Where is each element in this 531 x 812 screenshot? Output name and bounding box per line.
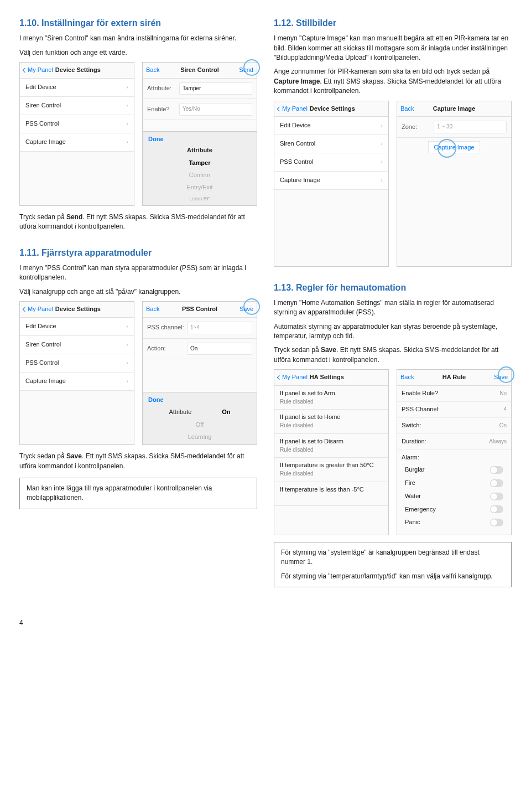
chevron-right-icon: ›: [126, 377, 128, 386]
list-item[interactable]: Edit Device›: [274, 117, 388, 135]
list-item[interactable]: Siren Control›: [20, 97, 134, 115]
body-text: I menyn "Siren Control" kan man ändra in…: [19, 34, 257, 43]
done-button[interactable]: Done: [143, 135, 257, 146]
send-button[interactable]: Send: [239, 66, 253, 75]
rule-item[interactable]: If panel is set to ArmRule disabled: [274, 386, 388, 410]
save-button[interactable]: Save: [240, 305, 253, 314]
chevron-left-icon: [23, 307, 27, 312]
rule-item[interactable]: If panel is set to DisarmRule disabled: [274, 434, 388, 458]
section-heading: 1.11. Fjärrstyra apparatmoduler: [19, 246, 257, 259]
picker-option[interactable]: Tamper: [143, 157, 257, 169]
phone-ha-rule: Back HA Rule Save Enable Rule?No PSS Cha…: [397, 369, 512, 535]
nav-title: Device Settings: [55, 66, 131, 75]
back-button[interactable]: My Panel: [278, 373, 308, 382]
form-row[interactable]: PSS channel:1~4: [143, 318, 257, 339]
back-button[interactable]: My Panel: [23, 305, 53, 314]
chevron-left-icon: [23, 68, 27, 73]
chevron-right-icon: ›: [381, 176, 383, 185]
alarm-toggle-row[interactable]: Water: [397, 490, 511, 503]
picker-option[interactable]: Off: [143, 419, 257, 431]
form-row[interactable]: Zone:1 ~ 30: [397, 117, 511, 138]
alarm-toggle-row[interactable]: Panic: [397, 516, 511, 529]
chevron-right-icon: ›: [126, 359, 128, 368]
body-text: Tryck sedan på Save. Ett nytt SMS skapas…: [274, 345, 512, 365]
back-button[interactable]: Back: [146, 66, 159, 75]
action-field[interactable]: On: [187, 343, 252, 355]
done-button[interactable]: Done: [143, 396, 257, 407]
chevron-right-icon: ›: [126, 322, 128, 331]
section-heading: 1.13. Regler för hemautomation: [274, 281, 512, 294]
chevron-right-icon: ›: [126, 101, 128, 110]
body-text: I menyn "Home Automation Settings" man s…: [274, 298, 512, 318]
body-text: Välj kanalgrupp och ange att slå "på/av"…: [19, 287, 257, 297]
body-text: I menyn "PSS Control" kan man styra appa…: [19, 263, 257, 283]
phone-device-settings: My Panel Device Settings Edit Device› Si…: [19, 301, 134, 445]
list-item[interactable]: Capture Image›: [274, 172, 388, 190]
toggle-icon[interactable]: [490, 505, 503, 513]
nav-title: HA Settings: [310, 373, 385, 382]
chevron-right-icon: ›: [381, 121, 383, 130]
chevron-right-icon: ›: [381, 139, 383, 148]
picker-option[interactable]: Confirm: [143, 169, 257, 182]
list-item[interactable]: PSS Control›: [20, 115, 134, 133]
back-button[interactable]: Back: [400, 373, 414, 382]
zone-field[interactable]: 1 ~ 30: [434, 121, 507, 133]
body-text: Välj den funktion och ange ett värde.: [19, 48, 257, 58]
list-item[interactable]: Siren Control›: [20, 336, 134, 354]
form-row[interactable]: PSS Channel:4: [397, 402, 511, 418]
section-1-10: 1.10. Inställningar för extern sirén I m…: [19, 17, 257, 232]
back-button[interactable]: Back: [146, 305, 159, 314]
rule-item[interactable]: If temperature is less than -5°C: [274, 482, 388, 506]
list-item[interactable]: Capture Image›: [20, 373, 134, 391]
enable-field[interactable]: Yes/No: [179, 103, 252, 116]
phone-device-settings: My Panel Device Settings Edit Device› Si…: [274, 101, 389, 267]
list-item[interactable]: Edit Device›: [20, 79, 134, 97]
body-text: I menyn "Capture Image" kan man manuellt…: [274, 34, 512, 63]
picker-option[interactable]: Learn RF: [143, 194, 257, 204]
form-row[interactable]: Enable?Yes/No: [143, 99, 257, 120]
rule-item[interactable]: If panel is set to HomeRule disabled: [274, 410, 388, 433]
picker-option[interactable]: On: [222, 408, 230, 417]
picker-option[interactable]: Learning: [143, 431, 257, 443]
list-item[interactable]: Capture Image›: [20, 133, 134, 152]
chevron-left-icon: [277, 106, 282, 111]
alarm-toggle-row[interactable]: Emergency: [397, 503, 511, 516]
form-row[interactable]: Switch:On: [397, 418, 511, 434]
save-button[interactable]: Save: [494, 373, 508, 382]
toggle-icon[interactable]: [490, 493, 503, 500]
list-item[interactable]: Siren Control›: [274, 135, 388, 153]
capture-image-button[interactable]: Capture Image: [428, 141, 481, 153]
note-box: Man kan inte lägga till nya apparatmodul…: [19, 478, 257, 509]
picker-option[interactable]: Entry/Exit: [143, 182, 257, 194]
form-row[interactable]: Enable Rule?No: [397, 386, 511, 402]
alarm-label: Alarm:: [397, 450, 511, 463]
rule-item[interactable]: If temperature is greater than 50°CRule …: [274, 458, 388, 482]
alarm-toggle-row[interactable]: Fire: [397, 477, 511, 490]
back-button[interactable]: Back: [400, 105, 414, 113]
alarm-toggle-row[interactable]: Burglar: [397, 463, 511, 477]
picker-title: Attribute: [143, 146, 257, 157]
form-row[interactable]: Action:On: [143, 339, 257, 360]
toggle-icon[interactable]: [490, 479, 503, 487]
list-item[interactable]: PSS Control›: [274, 153, 388, 172]
list-item[interactable]: PSS Control›: [20, 354, 134, 373]
list-item[interactable]: Edit Device›: [20, 318, 134, 336]
toggle-icon[interactable]: [490, 519, 503, 526]
channel-field[interactable]: 1~4: [187, 322, 252, 334]
chevron-right-icon: ›: [126, 83, 128, 92]
back-button[interactable]: My Panel: [278, 105, 308, 113]
form-row[interactable]: Attribute:Tamper: [143, 79, 257, 100]
back-button[interactable]: My Panel: [23, 66, 53, 75]
attribute-field[interactable]: Tamper: [179, 82, 252, 95]
section-1-11: 1.11. Fjärrstyra apparatmoduler I menyn …: [19, 246, 257, 509]
nav-title: Device Settings: [310, 105, 385, 113]
page-number: 4: [19, 618, 512, 628]
note-box: För styrning via "systemläge" är kanalgr…: [274, 542, 512, 587]
body-text: Ange zonnummer för PIR-kameran som ska t…: [274, 67, 512, 96]
chevron-left-icon: [277, 375, 282, 380]
form-row[interactable]: Duration:Always: [397, 434, 511, 450]
nav-title: Capture Image: [397, 105, 511, 113]
body-text: Tryck sedan på Send. Ett nytt SMS skapas…: [19, 213, 257, 232]
toggle-icon[interactable]: [490, 466, 503, 474]
body-text: Automatisk styrning av apparatmoduler ka…: [274, 322, 512, 342]
